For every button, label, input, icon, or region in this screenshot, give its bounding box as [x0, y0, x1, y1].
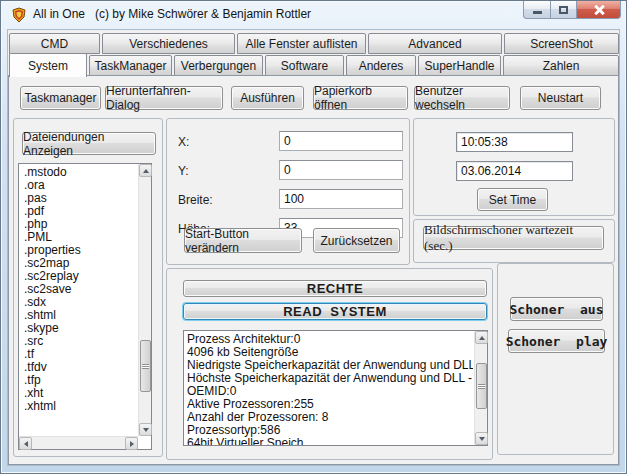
scrollbar-down-arrow[interactable]: [139, 423, 152, 436]
x-field[interactable]: [279, 131, 403, 151]
neustart-button[interactable]: Neustart: [520, 86, 601, 110]
schoner-aus-button[interactable]: Schoner aus: [510, 297, 603, 321]
breite-label: Breite:: [178, 193, 213, 207]
system-info-line: 64bit Virtueller Speich: [187, 437, 473, 445]
scrollbar-up-arrow[interactable]: [475, 331, 488, 344]
close-icon: [594, 5, 604, 15]
scrollbar-up-arrow[interactable]: [139, 164, 152, 177]
minimize-button[interactable]: [523, 1, 550, 19]
tab-screenshot[interactable]: ScreenShot: [504, 33, 619, 54]
dateiendungen-anzeigen-button[interactable]: Dateiendungen Anzeigen: [22, 132, 156, 155]
tab-row-1: CMD Verschiedenes Alle Fenster auflisten…: [9, 33, 619, 54]
list-item[interactable]: .xhtml: [19, 400, 138, 413]
tab-label: Anderes: [359, 59, 404, 73]
tab-label: System: [28, 59, 68, 73]
tab-cmd[interactable]: CMD: [9, 33, 100, 54]
y-label: Y:: [178, 164, 189, 178]
bildschirmschoner-wartezeit-button[interactable]: Bildschirmschoner wartezeit (sec.): [423, 226, 604, 250]
tab-label: Alle Fenster auflisten: [245, 37, 357, 51]
scrollbar-grip-icon: [478, 384, 485, 389]
tab-label: TaskManager: [94, 59, 166, 73]
ausfuehren-button[interactable]: Ausführen: [231, 86, 304, 110]
tab-row-2: System TaskManager Verbergungen Software…: [9, 55, 619, 77]
arrow-right-icon: [130, 441, 134, 447]
window-title: All in One (c) by Mike Schwörer & Benjam…: [33, 7, 311, 21]
tab-system[interactable]: System: [9, 53, 87, 77]
tab-superhandle[interactable]: SuperHandle: [418, 55, 501, 76]
breite-field[interactable]: [279, 189, 403, 209]
crest-shield-icon: [11, 7, 27, 23]
tab-label: CMD: [41, 37, 68, 51]
minimize-icon: [533, 11, 542, 14]
maximize-button[interactable]: [550, 1, 576, 19]
scrollbar-left-arrow[interactable]: [19, 437, 32, 450]
tab-verschiedenes[interactable]: Verschiedenes: [102, 33, 235, 54]
arrow-down-icon: [479, 437, 485, 441]
file-extensions-items: .mstodo .ora .pas .pdf .php .PML .proper…: [19, 166, 138, 436]
arrow-down-icon: [143, 428, 149, 432]
tab-label: Verbergungen: [181, 59, 256, 73]
tab-label: Advanced: [408, 37, 461, 51]
x-label: X:: [178, 135, 189, 149]
tab-label: ScreenShot: [530, 37, 593, 51]
time-field[interactable]: [456, 132, 573, 152]
tab-verbergungen[interactable]: Verbergungen: [174, 55, 263, 76]
scrollbar-right-arrow[interactable]: [125, 437, 138, 450]
papierkorb-oeffnen-button[interactable]: Papierkorb öffnen: [313, 86, 408, 110]
arrow-left-icon: [24, 441, 28, 447]
app-window: All in One (c) by Mike Schwörer & Benjam…: [0, 0, 627, 474]
tab-label: Zahlen: [543, 59, 580, 73]
tab-label: Verschiedenes: [129, 37, 208, 51]
tab-zahlen[interactable]: Zahlen: [503, 55, 619, 76]
maximize-icon: [559, 6, 568, 14]
tab-label: SuperHandle: [424, 59, 494, 73]
tab-label: Software: [281, 59, 328, 73]
system-info-textbox[interactable]: Prozess Architektur:0 4096 kb Seitengröß…: [183, 330, 488, 446]
start-button-veraendern-button[interactable]: Start-Button verändern: [184, 228, 302, 253]
set-time-button[interactable]: Set Time: [477, 188, 548, 211]
tab-alle-fenster-auflisten[interactable]: Alle Fenster auflisten: [237, 33, 366, 54]
herunterfahren-dialog-button[interactable]: Herunterfahren-Dialog: [105, 86, 223, 110]
group-screensaver-buttons: [497, 263, 614, 455]
tab-anderes[interactable]: Anderes: [346, 55, 416, 76]
arrow-up-icon: [143, 169, 149, 173]
tab-software[interactable]: Software: [265, 55, 344, 76]
tab-taskmanager[interactable]: TaskManager: [89, 55, 172, 76]
arrow-up-icon: [479, 336, 485, 340]
rechte-button[interactable]: RECHTE: [183, 280, 487, 297]
schoner-play-button[interactable]: Schoner play: [508, 329, 605, 353]
date-field[interactable]: [456, 161, 573, 181]
titlebar[interactable]: All in One (c) by Mike Schwörer & Benjam…: [0, 0, 627, 29]
listbox-vertical-scrollbar[interactable]: [138, 164, 151, 436]
read-system-button[interactable]: READ SYSTEM: [183, 303, 487, 320]
y-field[interactable]: [279, 160, 403, 180]
close-button[interactable]: [576, 1, 621, 19]
zuruecksetzen-button[interactable]: Zurücksetzen: [313, 228, 400, 253]
textbox-vertical-scrollbar[interactable]: [474, 331, 487, 445]
benutzer-wechseln-button[interactable]: Benutzer wechseln: [414, 86, 510, 110]
scrollbar-down-arrow[interactable]: [475, 432, 488, 445]
scrollbar-thumb[interactable]: [140, 340, 151, 392]
list-item[interactable]: .src: [19, 335, 138, 348]
scrollbar-grip-icon: [142, 364, 149, 369]
listbox-horizontal-scrollbar[interactable]: [19, 436, 138, 449]
tab-advanced[interactable]: Advanced: [368, 33, 502, 54]
system-info-lines: Prozess Architektur:0 4096 kb Seitengröß…: [187, 333, 473, 445]
scrollbar-thumb[interactable]: [476, 363, 487, 409]
taskmanager-button[interactable]: Taskmanager: [20, 86, 101, 110]
file-extensions-listbox[interactable]: .mstodo .ora .pas .pdf .php .PML .proper…: [18, 163, 152, 450]
